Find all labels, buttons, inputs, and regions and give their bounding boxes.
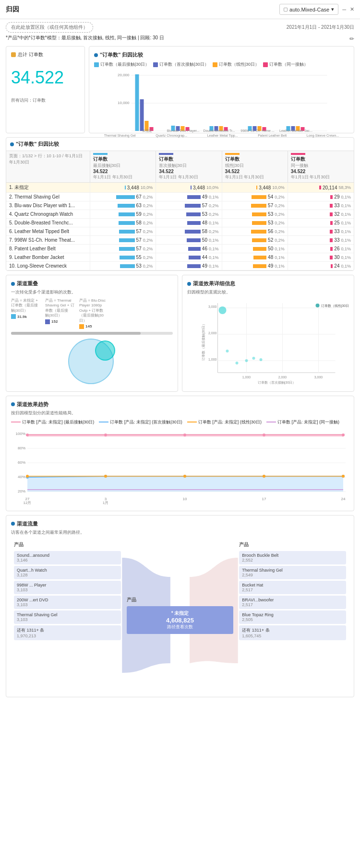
td-v1: 58 0,2%	[90, 219, 156, 227]
td-v3: 49 0,1%	[222, 262, 288, 270]
td-bar-4	[330, 238, 333, 242]
attribution-table-section: "订单数" 归因比较 页面：1/132 > 行：10 1-10 / 年1月1日 …	[6, 137, 354, 271]
td-bar-4	[319, 186, 321, 189]
trend-dot	[11, 402, 15, 406]
svg-point-67	[263, 434, 265, 436]
svg-text:3,000: 3,000	[314, 375, 323, 379]
overlap-legend: 产品 = 未指定 + 订单数（最后接触|30日） 31.9k 产品 = Ther…	[11, 298, 173, 329]
table-col-headers: 页面：1/132 > 行：10 1-10 / 年1月1日 年1月30日 订单数 …	[6, 151, 354, 183]
flow-item-5: Thermal Shaving Gel 3,103	[14, 610, 121, 624]
overlap-item-1: 产品 = 未指定 + 订单数（最后接触|30日） 31.9k	[11, 298, 42, 329]
attribution-table-header: "订单数" 归因比较	[6, 138, 354, 151]
model-dropdown[interactable]: auto.Mixed-Case ▾	[279, 4, 338, 15]
td-v1: 59 0,2%	[90, 210, 156, 218]
td-bar-2	[185, 204, 201, 208]
filter-pill[interactable]: 在此处放置区段（或任何其他组件）	[6, 22, 93, 33]
svg-point-75	[104, 475, 107, 478]
td-v2: 49 0,1%	[156, 262, 222, 270]
effect-dot	[187, 282, 191, 286]
td-bar-3	[252, 195, 266, 199]
table-row: 4. Quartz Chronograph Watch 59 0,2% 53 0…	[6, 210, 354, 219]
td-v3: 50 0,1%	[222, 245, 288, 253]
table-row: 1. 未指定 3,448 10,0% 3,448 10,0% 3,448 10,…	[6, 183, 354, 193]
svg-point-49	[245, 359, 248, 362]
th-col2: 订单数 首次接触|30日 34.522 年1月1日 年1月30日	[156, 151, 222, 182]
svg-point-65	[104, 434, 107, 436]
svg-text:2,000: 2,000	[208, 331, 217, 335]
overlap-dot	[11, 282, 15, 286]
trend-title: 渠道效果趋势	[11, 401, 349, 408]
table-title: "订单数" 归因比较	[16, 141, 60, 148]
legend-item-1: 订单数（最后接触|30日）	[94, 61, 149, 68]
overlap-color-3	[79, 324, 84, 329]
bottom-charts-row: 渠道重叠 一次转化受多个渠道影响的次数。 产品 = 未指定 + 订单数（最后接触…	[6, 275, 354, 392]
overlap-scrollbar[interactable]	[11, 332, 173, 335]
svg-text:20%: 20%	[18, 489, 25, 493]
td-v1: 67 0,2%	[90, 193, 156, 201]
svg-text:24: 24	[341, 497, 346, 501]
td-bar-4	[330, 247, 333, 251]
svg-text:1,000: 1,000	[242, 375, 251, 379]
td-rank: 9. Leather Bomber Jacket	[6, 253, 90, 261]
td-bar-1	[120, 256, 134, 259]
td-rank: 3. Blu-wav Disc Player with 1...	[6, 201, 90, 210]
svg-point-47	[226, 350, 229, 352]
td-bar-1	[119, 247, 135, 251]
td-bar-3	[253, 256, 266, 259]
date-range: 2021年1月1日 - 2021年1月30日	[287, 24, 354, 31]
td-v2: 53 0,2%	[156, 210, 222, 218]
td-v4: 20,114 58,3%	[288, 183, 354, 192]
legend-box-2	[153, 62, 158, 67]
legend-box-4	[263, 62, 268, 67]
table-title-dot	[10, 142, 14, 146]
kpi-sub: 所有访问：订单数	[11, 97, 80, 104]
td-bar-4	[330, 204, 333, 208]
legend-box-3	[213, 62, 217, 67]
td-bar-1	[116, 195, 134, 199]
flow-right-item-4: BRAVI...bwoofer 2,517	[239, 596, 346, 609]
overlap-title: 渠道重叠	[11, 280, 173, 287]
flow-item-1: Sound...ansound 3,146	[14, 551, 121, 564]
x-labels-bottom: Thermal Shaving Gel Quartz Chronograp...…	[94, 134, 349, 137]
td-bar-2	[189, 256, 201, 259]
flow-item-6: 还有 1311+ 条 1,970,213	[14, 625, 121, 640]
svg-text:60%: 60%	[18, 460, 25, 465]
td-v4: 33 0,1%	[288, 236, 354, 244]
legend-box-1	[94, 62, 99, 67]
trend-line-3	[187, 422, 197, 422]
overlap-item-2: 产品 = Thermal Shaving Gel + 订单数（最后接触|30日）…	[45, 298, 76, 329]
td-bar-3	[251, 230, 266, 234]
svg-text:订单数（最后接触|30日）: 订单数（最后接触|30日）	[202, 322, 205, 361]
page-title: 归因	[6, 5, 19, 14]
table-row: 9. Leather Bomber Jacket 55 0,2% 44 0,1%…	[6, 253, 354, 262]
svg-text:80%: 80%	[18, 446, 25, 450]
flow-dot	[11, 522, 15, 526]
model-dropdown-label: auto.Mixed-Case	[289, 7, 329, 12]
trend-leg-4: 订单数 [产品: 未指定] (同一接触)	[266, 419, 339, 425]
td-v4: 26 0,1%	[288, 245, 354, 253]
svg-point-51	[260, 358, 263, 361]
flow-right-item-3: Bucket Hat 2,517	[239, 581, 346, 594]
svg-text:Leather Bomber Jac...: Leather Bomber Jac...	[279, 129, 312, 132]
th-bar-4	[291, 153, 305, 155]
td-bar-1	[119, 212, 135, 216]
legend-item-3: 订单数（线性|30日）	[213, 61, 259, 68]
flow-right-col: 产品 Brooch Buckle Belt 2,552 Thermal Shav…	[236, 539, 349, 692]
scatter-svg: 订单数（最后接触|30日） 3,000 2,000 1,000 1,000 2,…	[187, 298, 349, 385]
td-bar-4	[330, 195, 333, 199]
bar-chart-area: 20,000 10,000	[94, 70, 349, 128]
svg-text:12月: 12月	[24, 501, 32, 505]
svg-text:100%: 100%	[16, 432, 25, 436]
venn-wrapper	[68, 339, 116, 387]
attribution-table-card: "订单数" 归因比较 页面：1/132 > 行：10 1-10 / 年1月1日 …	[6, 137, 354, 271]
td-rank: 6. Leather Metal Tipped Belt	[6, 227, 90, 235]
svg-text:10: 10	[183, 497, 187, 501]
td-rank: 2. Thermal Shaving Gel	[6, 193, 90, 201]
minimize-icon[interactable]: ─	[342, 7, 346, 12]
effect-desc: 归因模型的直观比较。	[187, 289, 349, 295]
table-row: 2. Thermal Shaving Gel 67 0,2% 49 0,1% 5…	[6, 193, 354, 201]
close-icon[interactable]: ✕	[350, 6, 354, 12]
channel-overlap-card: 渠道重叠 一次转化受多个渠道影响的次数。 产品 = 未指定 + 订单数（最后接触…	[6, 275, 178, 392]
trend-chart-svg: 100% 80% 60% 40% 20%	[11, 428, 349, 505]
edit-icon[interactable]: ✏	[349, 35, 354, 42]
